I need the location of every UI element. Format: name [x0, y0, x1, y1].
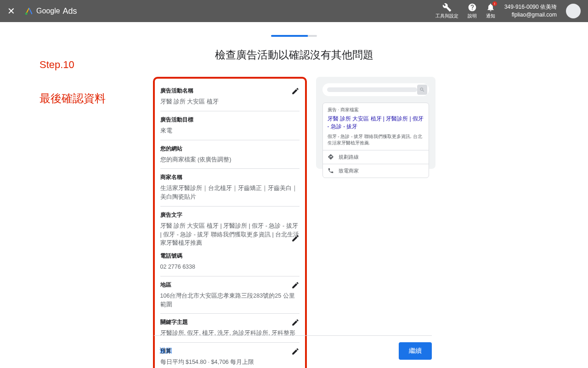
- call-label: 致電商家: [339, 167, 359, 174]
- section-adtext: 廣告文字 牙醫 診所 大安區 植牙 | 牙醫診所 | 假牙 - 急診 - 拔牙 …: [160, 207, 300, 276]
- directions-icon: [328, 154, 334, 160]
- ad-title: 牙醫 診所 大安區 植牙 | 牙醫診所 | 假牙 - 急診 - 拔牙: [323, 115, 429, 133]
- goal-label: 廣告活動目標: [160, 116, 300, 124]
- brand-text: Google: [36, 7, 60, 15]
- notif-label: 通知: [486, 13, 495, 19]
- notifications-menu[interactable]: ! 通知: [486, 3, 495, 19]
- svg-point-0: [25, 12, 28, 15]
- account-id: 349-916-0090 依美琦: [504, 3, 557, 11]
- progress-bar: [271, 35, 317, 37]
- tools-menu[interactable]: 工具與設定: [435, 3, 458, 19]
- ad-result: 廣告 · 商家檔案 牙醫 診所 大安區 植牙 | 牙醫診所 | 假牙 - 急診 …: [322, 103, 429, 178]
- ad-description: 假牙 - 急診 - 拔牙 聯絡我們獲取更多資訊. 台北生活家牙醫植牙推薦.: [323, 133, 429, 150]
- ads-logo-icon: [24, 6, 34, 16]
- help-icon: [468, 3, 477, 12]
- notification-badge: !: [492, 1, 497, 6]
- continue-button[interactable]: 繼續: [399, 342, 432, 360]
- wrench-icon: [442, 3, 452, 12]
- product-text: Ads: [63, 6, 77, 16]
- footer-bar: 返回 繼續: [154, 335, 432, 360]
- edit-region[interactable]: [291, 281, 300, 289]
- tools-label: 工具與設定: [435, 13, 458, 19]
- pencil-icon: [291, 234, 300, 242]
- business-value: 生活家牙醫診所｜台北植牙｜牙齒矯正｜牙齒美白｜美白陶瓷貼片: [160, 184, 300, 201]
- pencil-icon: [291, 87, 300, 95]
- logo[interactable]: Google Ads: [24, 6, 77, 16]
- help-menu[interactable]: 說明: [468, 3, 477, 19]
- ad-badge: 廣告 · 商家檔案: [323, 103, 429, 115]
- goal-value: 來電: [160, 126, 300, 135]
- campaign-name-value: 牙醫 診所 大安區 植牙: [160, 98, 300, 106]
- preview-search-bar: [322, 83, 429, 96]
- top-header: ✕ Google Ads 工具與設定 說明 ! 通知 349-916-0090 …: [0, 0, 588, 22]
- directions-label: 規劃路線: [339, 154, 359, 161]
- pencil-icon: [291, 318, 300, 327]
- search-placeholder: [327, 87, 417, 92]
- ad-directions[interactable]: 規劃路線: [323, 150, 429, 164]
- pencil-icon: [291, 281, 300, 289]
- section-campaign-name: 廣告活動名稱 牙醫 診所 大安區 植牙: [160, 82, 300, 111]
- page-title: 檢查廣告活動以確認沒有其他問題: [0, 48, 588, 62]
- section-website: 您的網站 您的商家檔案 (依廣告調整): [160, 140, 300, 169]
- account-info[interactable]: 349-916-0090 依美琦 flpliao@gmail.com: [504, 3, 557, 19]
- section-goal: 廣告活動目標 來電: [160, 111, 300, 140]
- search-icon: [419, 87, 425, 92]
- adtext-label: 廣告文字: [160, 211, 300, 219]
- region-label: 地區: [160, 281, 300, 289]
- edit-adtext[interactable]: [291, 234, 300, 242]
- phone-value: 02 2776 6338: [160, 263, 300, 271]
- progress-fill: [271, 35, 308, 37]
- section-business: 商家名稱 生活家牙醫診所｜台北植牙｜牙齒矯正｜牙齒美白｜美白陶瓷貼片: [160, 169, 300, 207]
- summary-card: 廣告活動名稱 牙醫 診所 大安區 植牙 廣告活動目標 來電 您的網站 您的商家檔…: [153, 77, 307, 368]
- section-region: 地區 106台灣台北市大安區忠孝東路三段283號的25 公里範圍: [160, 276, 300, 314]
- annotation-subtitle: 最後確認資料: [40, 91, 106, 106]
- edit-campaign-name[interactable]: [291, 87, 300, 95]
- search-button: [417, 85, 427, 95]
- back-link[interactable]: 返回: [154, 347, 172, 355]
- header-right: 工具與設定 說明 ! 通知 349-916-0090 依美琦 flpliao@g…: [435, 3, 581, 19]
- business-label: 商家名稱: [160, 173, 300, 181]
- phone-icon: [328, 167, 334, 174]
- adtext-value: 牙醫 診所 大安區 植牙 | 牙醫診所 | 假牙 - 急診 - 拔牙 | 假牙 …: [160, 222, 300, 247]
- keywords-label: 關鍵字主題: [160, 318, 300, 326]
- edit-keywords[interactable]: [291, 318, 300, 327]
- ad-call[interactable]: 致電商家: [323, 164, 429, 178]
- close-icon[interactable]: ✕: [7, 6, 15, 17]
- main-content: 廣告活動名稱 牙醫 診所 大安區 植牙 廣告活動目標 來電 您的網站 您的商家檔…: [0, 77, 588, 368]
- help-label: 說明: [468, 13, 477, 19]
- annotation-step: Step.10: [40, 59, 74, 71]
- avatar[interactable]: [566, 4, 581, 18]
- phone-label: 電話號碼: [160, 252, 300, 260]
- website-label: 您的網站: [160, 145, 300, 153]
- campaign-name-label: 廣告活動名稱: [160, 87, 300, 95]
- account-email: flpliao@gmail.com: [504, 11, 557, 19]
- region-value: 106台灣台北市大安區忠孝東路三段283號的25 公里範圍: [160, 292, 300, 309]
- ad-preview: 廣告 · 商家檔案 牙醫 診所 大安區 植牙 | 牙醫診所 | 假牙 - 急診 …: [316, 77, 435, 169]
- website-value: 您的商家檔案 (依廣告調整): [160, 155, 300, 164]
